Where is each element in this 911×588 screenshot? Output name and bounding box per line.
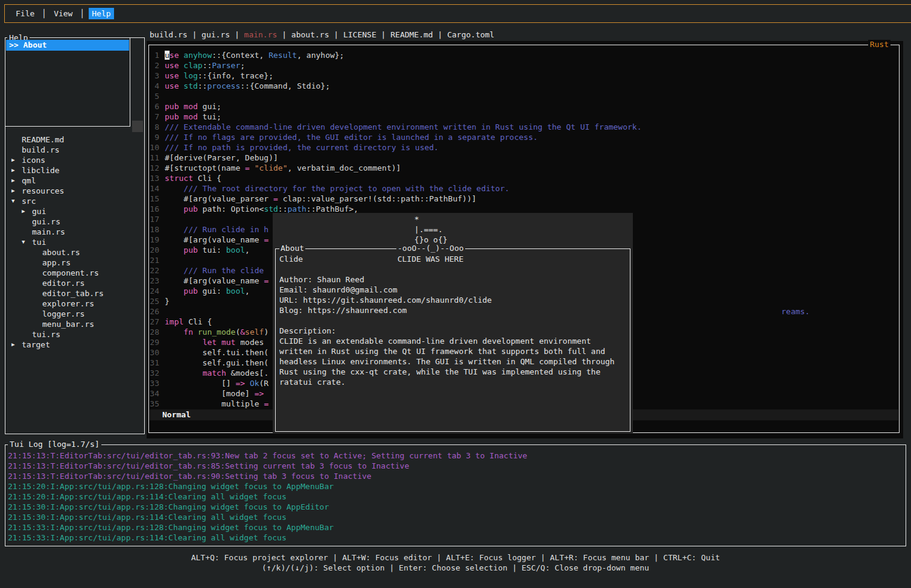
tree-indent-spacer bbox=[32, 258, 42, 268]
tab-separator: | bbox=[329, 30, 343, 39]
menu-item-help[interactable]: Help bbox=[89, 8, 113, 19]
tree-item-menu-bar-rs[interactable]: menu_bar.rs bbox=[5, 319, 144, 329]
line-number: 5 bbox=[150, 91, 159, 101]
code-line-text: [mode] => bbox=[165, 388, 264, 399]
log-entry-trace: 21:15:13:T:EditorTab:src/tui/editor_tab.… bbox=[8, 461, 904, 471]
tree-indent-spacer bbox=[32, 268, 42, 278]
tree-item-target[interactable]: ▶target bbox=[5, 340, 144, 350]
tree-item-label: libclide bbox=[22, 165, 60, 175]
scrollbar-thumb[interactable] bbox=[132, 121, 143, 132]
code-line-text: [] => Ok(R bbox=[165, 378, 268, 388]
code-line-text: pub tui: bool, bbox=[165, 245, 250, 255]
tree-item-app-rs[interactable]: app.rs bbox=[5, 258, 144, 268]
tree-item-src[interactable]: ▼src bbox=[5, 196, 144, 206]
code-line-text: /// The root directory for the project t… bbox=[165, 183, 509, 194]
tree-indent-spacer bbox=[11, 145, 22, 155]
keybinding-help-footer: ALT+Q: Focus project explorer | ALT+W: F… bbox=[0, 552, 911, 573]
keybinding-help-line-1: ALT+Q: Focus project explorer | ALT+W: F… bbox=[0, 552, 911, 563]
code-line-text: #[arg(value_name = bbox=[165, 235, 268, 245]
tree-item-gui[interactable]: ▶gui bbox=[5, 206, 144, 217]
tab-readme-md[interactable]: README.md bbox=[390, 30, 433, 39]
tree-item-readme-md[interactable]: README.md bbox=[5, 134, 144, 145]
tab-license[interactable]: LICENSE bbox=[343, 30, 376, 39]
tab-build-rs[interactable]: build.rs bbox=[150, 30, 188, 39]
tree-item-editor-tab-rs[interactable]: editor_tab.rs bbox=[5, 288, 144, 299]
line-number: 34 bbox=[150, 388, 159, 399]
tree-item-resources[interactable]: ▶resources bbox=[5, 186, 144, 196]
tree-item-label: component.rs bbox=[42, 268, 99, 278]
tab-gui-rs[interactable]: gui.rs bbox=[202, 30, 230, 39]
line-number: 19 bbox=[150, 235, 159, 245]
tui-log-panel[interactable]: Tui Log [log=1.7/s] 21:15:13:T:EditorTab… bbox=[5, 444, 906, 546]
tree-item-main-rs[interactable]: main.rs bbox=[5, 227, 144, 237]
tree-item-label: main.rs bbox=[32, 227, 65, 237]
log-panel-title: Tui Log [log=1.7/s] bbox=[8, 440, 101, 449]
code-line-text: #[structopt(name = "clide", verbatim_doc… bbox=[165, 163, 401, 173]
line-number: 24 bbox=[150, 286, 159, 296]
tree-item-about-rs[interactable]: about.rs bbox=[5, 247, 144, 258]
tab-main-rs[interactable]: main.rs bbox=[244, 30, 278, 39]
tree-item-tui-rs[interactable]: tui.rs bbox=[5, 329, 144, 340]
code-line-15: 15 #[arg(value_parser = clap::value_pars… bbox=[150, 194, 898, 204]
code-line-text: let mut modes bbox=[165, 337, 264, 347]
line-number: 22 bbox=[150, 265, 159, 276]
menu-separator: │ bbox=[42, 9, 46, 18]
tab-separator: | bbox=[277, 30, 291, 39]
line-number: 7 bbox=[150, 112, 159, 122]
line-number: 10 bbox=[150, 142, 159, 153]
line-number: 33 bbox=[150, 378, 159, 388]
code-line-10: 10/// If no path is provided, the curren… bbox=[150, 142, 898, 153]
folder-collapsed-icon: ▶ bbox=[11, 165, 22, 175]
tree-item-build-rs[interactable]: build.rs bbox=[5, 145, 144, 155]
tab-about-rs[interactable]: about.rs bbox=[291, 30, 329, 39]
log-entry-info: 21:15:33:I:App:src/tui/app.rs:114:Cleari… bbox=[8, 533, 904, 543]
code-line-2: 2use clap::Parser; bbox=[150, 60, 898, 71]
code-line-text: /// Run the clide bbox=[165, 265, 268, 276]
line-number: 16 bbox=[150, 204, 159, 214]
code-line-text: impl Cli { bbox=[165, 317, 212, 327]
code-line-text: use anyhow::{Context, Result, anyhow}; bbox=[165, 50, 344, 60]
log-entry-info: 21:15:20:I:App:src/tui/app.rs:114:Cleari… bbox=[8, 492, 904, 502]
tree-item-icons[interactable]: ▶icons bbox=[5, 155, 144, 165]
line-number: 27 bbox=[150, 317, 159, 327]
line-number: 8 bbox=[150, 122, 159, 132]
tree-item-explorer-rs[interactable]: explorer.rs bbox=[5, 299, 144, 309]
tree-item-component-rs[interactable]: component.rs bbox=[5, 268, 144, 278]
code-line-11: 11#[derive(Parser, Debug)] bbox=[150, 153, 898, 163]
log-entry-info: 21:15:30:I:App:src/tui/app.rs:114:Cleari… bbox=[8, 512, 904, 522]
menu-items: File│View│Help bbox=[13, 8, 114, 19]
code-line-text: /// If no path is provided, the current … bbox=[165, 142, 439, 153]
code-line-13: 13struct Cli { bbox=[150, 173, 898, 183]
ascii-art-feet: -ooO--(_)--Ooo bbox=[396, 244, 465, 253]
tab-separator: | bbox=[230, 30, 244, 39]
log-entry-info: 21:15:30:I:App:src/tui/app.rs:128:Changi… bbox=[8, 502, 904, 512]
about-dialog: * |.===. {}o o{} About -ooO--(_)--Ooo Cl… bbox=[273, 213, 633, 434]
tree-item-label: src bbox=[22, 196, 36, 206]
menu-item-view[interactable]: View bbox=[51, 8, 75, 19]
code-line-text: use std::process::{Command, Stdio}; bbox=[165, 81, 330, 91]
tree-item-qml[interactable]: ▶qml bbox=[5, 175, 144, 186]
tab-separator: | bbox=[433, 30, 447, 39]
tree-item-logger-rs[interactable]: logger.rs bbox=[5, 309, 144, 319]
vim-mode-indicator: Normal bbox=[150, 410, 191, 419]
tree-item-tui[interactable]: ▼tui bbox=[5, 237, 144, 247]
tree-item-editor-rs[interactable]: editor.rs bbox=[5, 278, 144, 288]
menu-option-about[interactable]: >> About bbox=[6, 40, 129, 51]
ascii-art-figure: * |.===. {}o o{} bbox=[273, 214, 448, 245]
code-line-text: #[arg(value_name = bbox=[165, 276, 268, 286]
code-line-8: 8/// Extendable command-line driven deve… bbox=[150, 122, 898, 132]
code-line-text: #[arg(value_parser = clap::value_parser!… bbox=[165, 194, 477, 204]
file-tree: README.mdbuild.rs▶icons▶libclide▶qml▶res… bbox=[5, 134, 144, 350]
line-number: 4 bbox=[150, 81, 159, 91]
code-line-text: } bbox=[165, 296, 170, 306]
line-number: 28 bbox=[150, 327, 159, 337]
menu-item-file[interactable]: File bbox=[13, 8, 37, 19]
line-number: 25 bbox=[150, 296, 159, 306]
tree-item-label: menu_bar.rs bbox=[42, 319, 94, 329]
clide-tui-app: File│View│Help README.mdbuild.rs▶icons▶l… bbox=[0, 0, 911, 588]
tree-item-gui-rs[interactable]: gui.rs bbox=[5, 217, 144, 227]
tree-item-label: qml bbox=[22, 175, 36, 186]
tab-cargo-toml[interactable]: Cargo.toml bbox=[447, 30, 494, 39]
line-number: 21 bbox=[150, 255, 159, 265]
tree-item-libclide[interactable]: ▶libclide bbox=[5, 165, 144, 175]
